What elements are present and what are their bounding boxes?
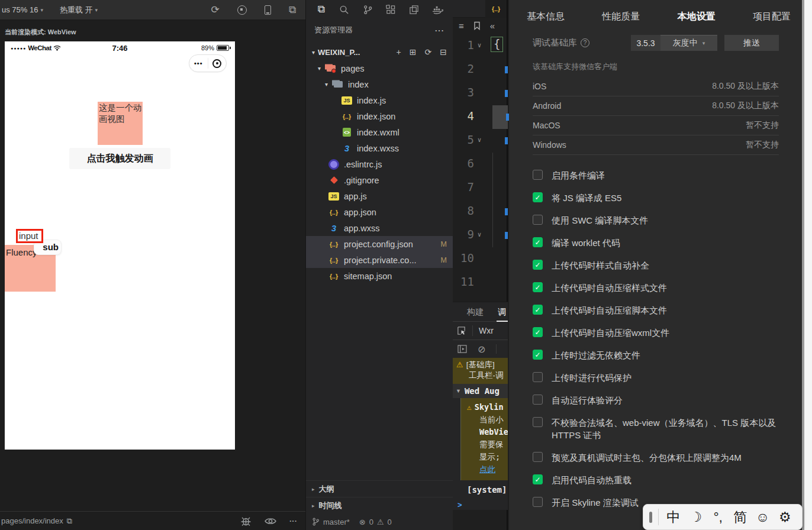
layout-icon[interactable]	[402, 5, 426, 15]
docker-icon[interactable]	[426, 5, 449, 14]
checkbox[interactable]	[533, 192, 543, 202]
tree-item[interactable]: index.wxml	[306, 124, 453, 140]
inspect-element-icon[interactable]	[456, 326, 466, 336]
fold-icon[interactable]: ∨	[474, 41, 485, 49]
tree-item[interactable]: .eslintrc.js	[306, 156, 453, 172]
tab-build[interactable]: 构建	[467, 307, 484, 318]
explorer-more-icon[interactable]: ···	[435, 26, 444, 35]
checkbox[interactable]	[533, 260, 543, 270]
more-options-icon[interactable]: ···	[289, 516, 297, 525]
input-field[interactable]: input	[16, 229, 43, 243]
checkbox[interactable]	[533, 170, 543, 180]
capsule-home-button[interactable]	[208, 59, 227, 68]
ime-drag-handle[interactable]	[649, 512, 652, 523]
checkbox[interactable]	[533, 350, 543, 360]
bug-icon[interactable]	[240, 516, 252, 526]
push-button[interactable]: 推送	[724, 35, 779, 51]
tree-item[interactable]: sitemap.json	[306, 268, 453, 284]
checkbox[interactable]	[533, 282, 543, 292]
files-icon[interactable]: ⧉	[310, 4, 333, 15]
clear-console-icon[interactable]: ⊘	[478, 344, 485, 355]
setting-option[interactable]: 预览及真机调试时主包、分包体积上限调整为4M	[533, 451, 779, 464]
tab-wxml[interactable]: Wxr	[479, 326, 494, 335]
back-icon[interactable]: «	[490, 21, 495, 31]
checkbox[interactable]	[533, 215, 543, 225]
console-link[interactable]: 点此	[479, 464, 495, 474]
tree-item[interactable]: index.js	[306, 92, 453, 108]
refresh-explorer-icon[interactable]: ⟳	[425, 47, 432, 57]
bookmark-icon[interactable]	[473, 21, 481, 30]
copy-icon[interactable]: ⧉	[67, 516, 72, 526]
checkbox[interactable]	[533, 452, 543, 462]
json-tab[interactable]: {..}	[485, 0, 507, 18]
tab-local-settings[interactable]: 本地设置	[678, 11, 716, 23]
hot-reload-toggle[interactable]: 热重载 开 ▾	[60, 5, 98, 15]
setting-option[interactable]: 上传代码时自动压缩wxml文件	[533, 327, 779, 339]
setting-option[interactable]: 启用条件编译	[533, 169, 779, 182]
settings-scrollbar[interactable]	[802, 0, 812, 530]
setting-option[interactable]: 上传时进行代码保护	[533, 371, 779, 384]
ime-punctuation-icon[interactable]: °,	[707, 509, 729, 525]
tab-basic-info[interactable]: 基本信息	[527, 11, 565, 23]
setting-option[interactable]: 启用代码自动热重载	[533, 474, 779, 486]
checkbox[interactable]	[533, 417, 543, 427]
source-control-icon[interactable]	[356, 5, 379, 15]
search-icon[interactable]	[333, 5, 356, 15]
tab-performance[interactable]: 性能质量	[602, 11, 640, 23]
ime-settings-gear-icon[interactable]: ⚙	[774, 509, 796, 525]
sidebar-run-icon[interactable]	[457, 345, 467, 353]
setting-option[interactable]: 上传代码时样式自动补全	[533, 259, 779, 272]
ime-language-button[interactable]: 中	[662, 508, 685, 526]
console-group-header[interactable]: ▼ Wed Aug	[453, 384, 508, 398]
setting-option[interactable]: 上传时过滤无依赖文件	[533, 349, 779, 361]
setting-option[interactable]: 将 JS 编译成 ES5	[533, 192, 779, 204]
library-version[interactable]: 3.5.3	[631, 35, 660, 51]
refresh-icon[interactable]: ⟳	[211, 4, 220, 16]
checkbox[interactable]	[533, 395, 543, 405]
branch-name[interactable]: master*	[323, 518, 350, 526]
checkbox[interactable]	[533, 474, 543, 484]
tree-item[interactable]: app.wxss	[306, 220, 453, 236]
setting-option[interactable]: 不校验合法域名、web-view（业务域名）、TLS 版本以及 HTTPS 证书	[533, 416, 779, 441]
tree-item[interactable]: ▾ pages	[306, 60, 453, 76]
tab-debugger[interactable]: 调	[498, 307, 506, 318]
setting-option[interactable]: 编译 worklet 代码	[533, 237, 779, 249]
timeline-section[interactable]: ▸ 时间线	[306, 497, 453, 513]
preview-phone-icon[interactable]	[265, 5, 271, 15]
tree-item[interactable]: ▾ index	[306, 76, 453, 92]
tree-item[interactable]: index.wxss	[306, 140, 453, 156]
console-prompt[interactable]: >	[453, 495, 508, 509]
help-icon[interactable]: ?	[581, 38, 589, 47]
project-root-row[interactable]: ▾ WEIXIN_P... + ⊞ ⟳ ⊟	[306, 44, 453, 60]
list-icon[interactable]: ≡	[459, 21, 464, 31]
extensions-icon[interactable]	[379, 5, 402, 15]
eye-icon[interactable]	[265, 517, 276, 525]
ime-halfwidth-icon[interactable]: ☽	[685, 509, 707, 525]
outline-section[interactable]: ▸ 大纲	[306, 480, 453, 497]
capsule-menu-button[interactable]: •••	[189, 60, 208, 67]
device-selector[interactable]: us 75% 16 ▾	[0, 5, 43, 14]
stop-icon[interactable]	[237, 5, 247, 15]
setting-option[interactable]: 上传代码时自动压缩样式文件	[533, 282, 779, 294]
checkbox[interactable]	[533, 372, 543, 382]
setting-option[interactable]: 自动运行体验评分	[533, 394, 779, 406]
tree-item[interactable]: index.json	[306, 108, 453, 124]
tree-item[interactable]: app.json	[306, 204, 453, 220]
fold-icon[interactable]: ∨	[474, 231, 485, 238]
new-file-icon[interactable]: +	[397, 47, 401, 57]
checkbox[interactable]	[533, 497, 543, 507]
tab-project-config[interactable]: 项目配置	[753, 11, 791, 23]
checkbox[interactable]	[533, 327, 543, 337]
checkbox[interactable]	[533, 237, 543, 247]
tree-item[interactable]: project.private.co... M	[306, 252, 453, 268]
collapse-folders-icon[interactable]: ⊟	[440, 47, 447, 57]
ime-emoji-icon[interactable]: ☺	[752, 509, 774, 525]
library-channel-dropdown[interactable]: 灰度中 ▾	[660, 35, 717, 51]
multi-window-icon[interactable]: ⧉	[289, 4, 296, 16]
fold-icon[interactable]: ∨	[474, 136, 485, 144]
checkbox[interactable]	[533, 305, 543, 315]
new-folder-icon[interactable]: ⊞	[410, 47, 417, 57]
tree-item[interactable]: .gitignore	[306, 172, 453, 188]
ime-simplified-button[interactable]: 简	[729, 508, 752, 526]
tree-item[interactable]: project.config.json M	[306, 236, 453, 252]
